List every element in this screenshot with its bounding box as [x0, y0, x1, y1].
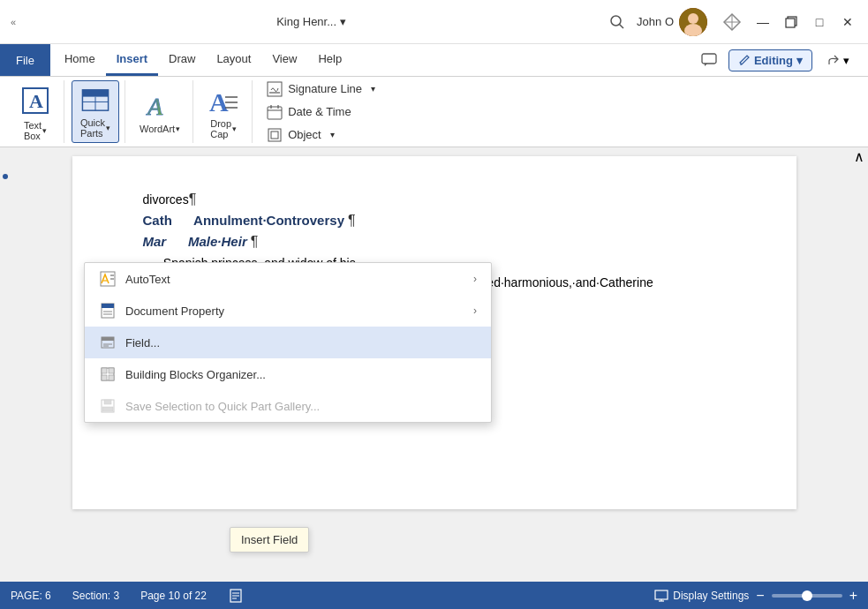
tab-draw[interactable]: Draw — [158, 44, 206, 76]
tab-insert[interactable]: Insert — [106, 44, 158, 76]
doc-property-svg — [100, 303, 116, 319]
restore-btn[interactable] — [778, 9, 804, 35]
comment-btn[interactable] — [695, 46, 723, 74]
share-icon — [827, 54, 840, 66]
doc-heading-heir: Mar Male·Heir¶ — [143, 234, 726, 250]
svg-rect-41 — [102, 337, 114, 341]
doc-heading-annulment: Cath Annulment·Controversy¶ — [143, 213, 726, 229]
minimize-btn[interactable]: — — [750, 9, 776, 35]
tooltip-label: Insert Field — [241, 533, 298, 546]
diamond-icon[interactable] — [720, 10, 744, 34]
field-icon — [99, 334, 117, 351]
tab-file[interactable]: File — [0, 44, 50, 76]
search-btn[interactable] — [603, 8, 631, 36]
svg-rect-56 — [655, 590, 668, 599]
save-selection-label: Save Selection to Quick Part Gallery... — [125, 400, 320, 413]
menu-doc-property[interactable]: Document Property › — [85, 295, 491, 327]
avatar[interactable] — [679, 8, 707, 36]
pencil-icon — [738, 54, 751, 66]
text-box-icon: A — [19, 83, 51, 118]
date-time-btn[interactable]: Date & Time — [260, 102, 426, 123]
drop-cap-btn[interactable]: A DropCap ▾ — [200, 80, 246, 143]
drop-cap-chevron[interactable]: ▾ — [232, 124, 237, 133]
tab-layout[interactable]: Layout — [206, 44, 261, 76]
document-name: King Henr... — [276, 15, 336, 28]
zoom-minus[interactable]: − — [756, 588, 764, 604]
zoom-plus[interactable]: + — [849, 588, 857, 604]
avatar-image — [679, 8, 707, 36]
tab-view[interactable]: View — [261, 44, 307, 76]
heading-mar: Mar — [143, 234, 167, 250]
margin-dot — [3, 174, 8, 179]
heading-heir: Male·Heir — [170, 234, 247, 250]
pilcrow3: ¶ — [251, 234, 259, 250]
title-chevron-icon[interactable]: ▾ — [340, 15, 346, 28]
svg-rect-9 — [786, 19, 795, 27]
wordart-btn[interactable]: A A WordArt ▾ — [132, 80, 187, 143]
menu-field[interactable]: Field... — [85, 327, 491, 358]
drop-cap-icon: A — [208, 85, 239, 117]
maximize-btn[interactable]: □ — [806, 9, 833, 35]
quick-parts-label: QuickParts — [80, 117, 105, 139]
share-chevron: ▾ — [843, 54, 849, 67]
doc-property-chevron: › — [473, 304, 477, 317]
document-view-btn[interactable] — [228, 588, 244, 604]
collapse-doc-btn[interactable]: ∧ — [850, 147, 868, 165]
display-settings-icon — [653, 588, 669, 604]
text-box-label: TextBox — [24, 120, 42, 141]
svg-rect-50 — [104, 400, 111, 404]
svg-text:A: A — [29, 90, 43, 112]
zoom-slider[interactable] — [772, 594, 842, 598]
svg-rect-47 — [102, 375, 107, 380]
svg-rect-30 — [268, 129, 281, 141]
text-box-chevron[interactable]: ▾ — [42, 126, 47, 135]
document-title: King Henr... ▾ — [25, 15, 598, 28]
search-icon — [609, 14, 625, 30]
document-view-icon — [228, 588, 244, 604]
text-box-btn[interactable]: A TextBox ▾ — [12, 80, 58, 143]
wordart-group: A A WordArt ▾ — [127, 80, 193, 143]
page-count-label: Page 10 of 22 — [140, 590, 207, 602]
svg-rect-26 — [268, 107, 282, 119]
wordart-label: WordArt — [140, 124, 175, 134]
user-name-label: John O — [637, 15, 674, 28]
dropdown-menu: AutoText › Document Property › — [84, 262, 492, 423]
quick-parts-chevron[interactable]: ▾ — [106, 124, 110, 132]
left-margin — [0, 147, 11, 582]
restore-icon — [785, 16, 797, 28]
doc-property-label: Document Property — [125, 304, 224, 318]
svg-rect-48 — [109, 375, 114, 380]
svg-text:A: A — [146, 93, 163, 120]
tooltip-insert-field: Insert Field — [230, 527, 309, 553]
menu-building-blocks[interactable]: Building Blocks Organizer... — [85, 358, 491, 390]
wordart-icon: A A — [144, 90, 176, 122]
zoom-thumb[interactable] — [802, 590, 812, 601]
svg-line-1 — [620, 24, 624, 28]
save-selection-icon — [99, 397, 117, 415]
quick-parts-btn[interactable]: QuickParts ▾ — [72, 80, 119, 143]
autotext-chevron: › — [473, 273, 477, 285]
display-settings-btn[interactable]: Display Settings — [653, 588, 749, 604]
menu-autotext[interactable]: AutoText › — [85, 263, 491, 295]
object-btn[interactable]: Object ▾ — [260, 124, 426, 146]
building-blocks-label: Building Blocks Organizer... — [125, 368, 266, 381]
tab-home[interactable]: Home — [54, 44, 106, 76]
editing-label: Editing — [754, 54, 793, 67]
save-svg — [100, 398, 116, 414]
svg-rect-15 — [82, 90, 108, 97]
comment-icon — [700, 51, 718, 69]
field-label: Field... — [125, 336, 160, 350]
close-btn[interactable]: ✕ — [834, 9, 861, 35]
share-btn[interactable]: ▾ — [818, 49, 859, 71]
signature-line-btn[interactable]: Signature Line ▾ — [260, 79, 426, 100]
svg-rect-31 — [271, 132, 278, 139]
editing-btn[interactable]: Editing ▾ — [728, 49, 812, 71]
tab-help[interactable]: Help — [307, 44, 352, 76]
svg-rect-45 — [102, 368, 107, 373]
wordart-chevron[interactable]: ▾ — [176, 124, 180, 133]
pilcrow1: ¶ — [189, 192, 197, 207]
collapse-ribbon-btn[interactable]: « — [7, 13, 19, 31]
date-time-label: Date & Time — [288, 105, 351, 118]
user-info: Editing John O — [637, 8, 707, 36]
toolbar: A TextBox ▾ QuickParts ▾ — [0, 77, 868, 147]
